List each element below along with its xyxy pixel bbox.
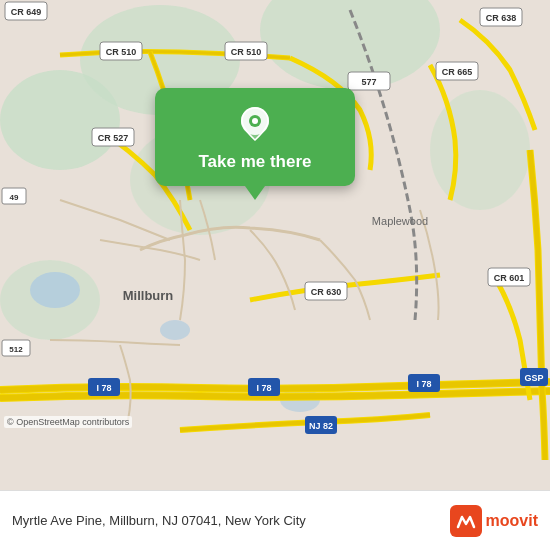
svg-text:I 78: I 78	[416, 379, 431, 389]
svg-text:NJ 82: NJ 82	[309, 421, 333, 431]
bottom-bar: Myrtle Ave Pine, Millburn, NJ 07041, New…	[0, 490, 550, 550]
take-me-there-button[interactable]: Take me there	[198, 152, 311, 172]
take-me-there-popup[interactable]: Take me there	[155, 88, 355, 186]
svg-rect-24	[305, 282, 347, 300]
map-container: CR 649 CR 510 CR 510 CR 527 577 CR 665 C…	[0, 0, 550, 490]
svg-text:GSP: GSP	[524, 373, 543, 383]
svg-text:CR 601: CR 601	[494, 273, 525, 283]
svg-point-46	[252, 118, 258, 124]
svg-rect-34	[305, 416, 337, 434]
svg-rect-20	[436, 62, 478, 80]
svg-text:577: 577	[361, 77, 376, 87]
moovit-logo: moovit	[450, 505, 538, 537]
moovit-text: moovit	[486, 512, 538, 530]
svg-rect-30	[248, 378, 280, 396]
svg-rect-12	[100, 42, 142, 60]
svg-text:CR 510: CR 510	[106, 47, 137, 57]
svg-point-9	[280, 388, 320, 412]
svg-rect-47	[450, 505, 482, 537]
svg-rect-22	[480, 8, 522, 26]
svg-point-4	[0, 260, 100, 340]
svg-rect-18	[348, 72, 390, 90]
svg-rect-28	[88, 378, 120, 396]
svg-text:512: 512	[9, 345, 23, 354]
svg-text:I 78: I 78	[256, 383, 271, 393]
svg-text:CR 527: CR 527	[98, 133, 129, 143]
location-pin-icon	[235, 104, 275, 144]
svg-rect-32	[408, 374, 440, 392]
svg-text:I 78: I 78	[96, 383, 111, 393]
svg-rect-26	[488, 268, 530, 286]
svg-rect-36	[520, 368, 548, 386]
svg-point-7	[30, 272, 80, 308]
svg-text:CR 649: CR 649	[11, 7, 42, 17]
svg-rect-14	[225, 42, 267, 60]
svg-point-3	[260, 0, 440, 90]
svg-rect-10	[5, 2, 47, 20]
svg-text:49: 49	[10, 193, 19, 202]
svg-text:Millburn: Millburn	[123, 288, 174, 303]
svg-point-6	[430, 90, 530, 210]
svg-rect-38	[2, 340, 30, 356]
svg-point-8	[160, 320, 190, 340]
svg-rect-40	[2, 188, 26, 204]
svg-point-1	[0, 70, 120, 170]
svg-text:CR 630: CR 630	[311, 287, 342, 297]
address-text: Myrtle Ave Pine, Millburn, NJ 07041, New…	[12, 513, 450, 528]
svg-text:CR 665: CR 665	[442, 67, 473, 77]
svg-text:CR 638: CR 638	[486, 13, 517, 23]
svg-rect-16	[92, 128, 134, 146]
svg-text:CR 510: CR 510	[231, 47, 262, 57]
osm-credit: © OpenStreetMap contributors	[4, 416, 132, 428]
svg-text:Maplewood: Maplewood	[372, 215, 428, 227]
moovit-icon	[450, 505, 482, 537]
